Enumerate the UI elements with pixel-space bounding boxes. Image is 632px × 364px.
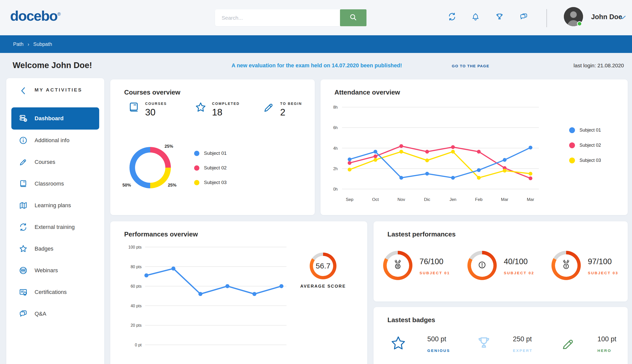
breadcrumb: Path › Subpath bbox=[13, 41, 52, 47]
performance-gauge-icon-wrap bbox=[555, 254, 577, 277]
certificate-icon bbox=[19, 288, 28, 296]
legend-dot bbox=[569, 127, 575, 133]
stat-value: 30 bbox=[145, 107, 167, 118]
go-to-page-link[interactable]: GO TO THE PAGE bbox=[452, 64, 489, 68]
average-score-value: 56.7 bbox=[316, 262, 330, 270]
sidebar-item-label: Certifications bbox=[35, 289, 67, 295]
globe-icon bbox=[19, 266, 28, 275]
svg-text:6h: 6h bbox=[333, 126, 338, 130]
map-icon bbox=[19, 201, 28, 210]
stat-label: COURSES bbox=[145, 102, 167, 106]
performances-line-chart: 100 pts80 pts60 pts40 pts20 pts0 ptSepOc… bbox=[110, 221, 367, 364]
legend-item: Subject 01 bbox=[569, 127, 601, 133]
stat-value: 2 bbox=[280, 107, 302, 118]
stat-to-begin: TO BEGIN 2 bbox=[263, 102, 302, 118]
performances-overview-card: Performances overview 100 pts80 pts60 pt… bbox=[110, 221, 367, 364]
chevron-left-icon bbox=[20, 87, 26, 96]
refresh-icon bbox=[19, 223, 28, 231]
sidebar-item-dashboard[interactable]: Dashboard bbox=[11, 107, 99, 130]
docebo-logo[interactable]: docebo® bbox=[10, 8, 61, 24]
sidebar-section-title: MY ACTIVITIES bbox=[35, 87, 82, 93]
sidebar-item-label: Courses bbox=[35, 159, 55, 165]
sidebar-back-button[interactable]: MY ACTIVITIES bbox=[6, 84, 104, 97]
star-icon bbox=[195, 102, 206, 114]
sidebar-item-webinars[interactable]: Webinars bbox=[11, 259, 99, 282]
legend-label: Subject 03 bbox=[204, 180, 227, 185]
donut-label-subject03: 25% bbox=[168, 183, 176, 188]
card-title: Lastest performances bbox=[387, 230, 456, 238]
legend-item: Subject 02 bbox=[194, 165, 227, 171]
star-icon bbox=[19, 245, 28, 253]
svg-text:Sep: Sep bbox=[346, 197, 353, 202]
stat-value: 18 bbox=[212, 107, 240, 118]
dashboard-page: docebo® bbox=[0, 0, 632, 364]
page-title: Welcome John Doe! bbox=[13, 60, 92, 70]
search-button[interactable] bbox=[340, 9, 366, 26]
performance-subject: SUBJECT 02 bbox=[504, 271, 534, 275]
sidebar-item-external-training[interactable]: External training bbox=[11, 216, 99, 238]
user-menu-name[interactable]: John Doe bbox=[591, 13, 622, 21]
star-icon bbox=[390, 336, 406, 352]
legend-item: Subject 03 bbox=[569, 158, 601, 163]
legend-label: Subject 02 bbox=[204, 165, 227, 171]
svg-text:60 pts: 60 pts bbox=[130, 284, 142, 288]
average-score-label: AVERAGE SCORE bbox=[300, 284, 346, 289]
search-icon bbox=[349, 13, 357, 22]
chevron-down-icon[interactable] bbox=[619, 15, 626, 21]
stat-completed: COMPLETED 18 bbox=[195, 102, 240, 118]
legend-dot bbox=[194, 151, 199, 156]
search-input[interactable] bbox=[215, 9, 340, 26]
book-icon bbox=[128, 102, 140, 114]
breadcrumb-path[interactable]: Path bbox=[13, 41, 23, 47]
evaluation-notification-link[interactable]: A new evaluation for the exam held on 14… bbox=[231, 63, 402, 69]
breadcrumb-subpath[interactable]: Subpath bbox=[33, 41, 52, 47]
trophy-icon[interactable] bbox=[495, 12, 504, 21]
medal-first-icon bbox=[560, 259, 572, 272]
sidebar-item-label: Webinars bbox=[35, 267, 58, 274]
card-title: Courses overview bbox=[124, 88, 180, 96]
performance-subject: SUBJECT 01 bbox=[419, 271, 450, 275]
performance-subject: SUBJECT 03 bbox=[588, 271, 618, 275]
sidebar-item-qa[interactable]: Q&A bbox=[11, 303, 99, 325]
refresh-icon[interactable] bbox=[448, 12, 456, 21]
legend-dot bbox=[194, 165, 199, 171]
sidebar-item-learning-plans[interactable]: Learning plans bbox=[11, 194, 99, 217]
legend-label: Subject 03 bbox=[580, 158, 601, 163]
lastest-performances-card: Lastest performances 76/100 SUBJECT 01 4… bbox=[374, 221, 628, 301]
svg-text:8h: 8h bbox=[333, 105, 338, 109]
legend-dot bbox=[569, 158, 575, 163]
stat-label: COMPLETED bbox=[212, 102, 240, 106]
legend-dot bbox=[569, 142, 575, 148]
performance-score: 76/100 bbox=[419, 257, 443, 266]
sidebar-item-certifications[interactable]: Certifications bbox=[11, 281, 99, 303]
sidebar-item-additional-info[interactable]: Additional info bbox=[11, 129, 99, 151]
pencil-icon bbox=[19, 158, 28, 166]
average-score-value-wrap: 56.7 bbox=[313, 256, 333, 276]
online-status-dot bbox=[577, 21, 582, 26]
chat-bubbles-icon bbox=[19, 310, 28, 318]
svg-text:100 pts: 100 pts bbox=[128, 245, 142, 249]
stat-label: TO BEGIN bbox=[280, 102, 302, 106]
card-title: Lastest badges bbox=[387, 316, 435, 324]
lastest-badges-card: Lastest badges 500 pt GENIOUS 250 pt EXP… bbox=[374, 307, 628, 364]
svg-text:0 pt: 0 pt bbox=[135, 343, 142, 347]
legend-label: Subject 01 bbox=[204, 150, 227, 156]
svg-text:4h: 4h bbox=[333, 146, 338, 150]
bell-icon[interactable] bbox=[471, 12, 480, 21]
sidebar-item-courses[interactable]: Courses bbox=[11, 151, 99, 173]
sidebar-item-badges[interactable]: Badges bbox=[11, 238, 99, 260]
breadcrumb-separator: › bbox=[28, 41, 29, 47]
svg-text:0h: 0h bbox=[333, 187, 338, 191]
courses-donut-hole bbox=[135, 153, 165, 183]
medal-second-icon bbox=[392, 259, 404, 272]
svg-text:Nov: Nov bbox=[398, 197, 405, 202]
svg-text:2h: 2h bbox=[333, 167, 338, 171]
trophy-icon bbox=[476, 336, 492, 352]
chat-icon[interactable] bbox=[519, 12, 528, 21]
sidebar-item-classrooms[interactable]: Classrooms bbox=[11, 173, 99, 195]
welcome-row: Welcome John Doe! A new evaluation for t… bbox=[0, 53, 632, 79]
registered-mark: ® bbox=[57, 12, 61, 17]
sidebar-item-label: Classrooms bbox=[35, 180, 64, 187]
sidebar-item-label: External training bbox=[35, 224, 75, 230]
svg-text:Jen: Jen bbox=[450, 197, 456, 202]
